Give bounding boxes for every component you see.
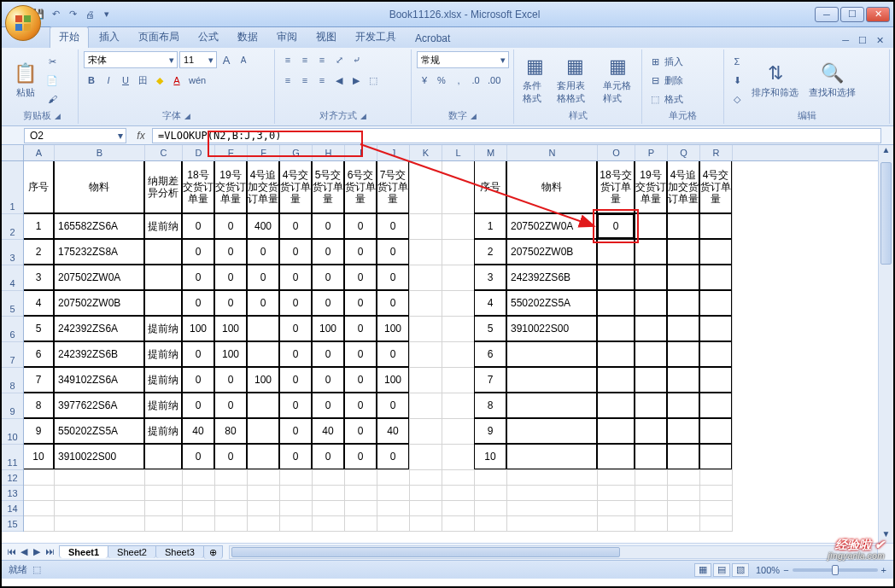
cell-K12[interactable]: [410, 470, 442, 486]
cut-button[interactable]: ✂: [44, 53, 61, 70]
cell-H12[interactable]: [313, 470, 345, 486]
align-dialog-launcher[interactable]: ◢: [360, 112, 366, 120]
cell-H1[interactable]: 5号交货订单量: [312, 161, 344, 213]
sheet-nav-next[interactable]: ▶: [31, 546, 43, 557]
tab-review[interactable]: 审阅: [268, 27, 306, 48]
cell-N2[interactable]: 207502ZW0A: [506, 213, 597, 239]
col-header-K[interactable]: K: [410, 145, 442, 160]
sheet-tab-2[interactable]: Sheet2: [108, 545, 156, 558]
cell-H3[interactable]: 0: [312, 239, 344, 265]
fill-button[interactable]: ⬇: [729, 72, 745, 89]
col-header-N[interactable]: N: [507, 145, 598, 160]
cell-L15[interactable]: [442, 516, 475, 532]
cell-C9[interactable]: 提前纳: [144, 393, 182, 418]
cell-B10[interactable]: 550202ZS5A: [54, 418, 144, 444]
cell-N15[interactable]: [507, 516, 598, 532]
row-header-4[interactable]: 4: [2, 265, 23, 291]
cell-N6[interactable]: 3910022S00: [506, 316, 597, 341]
align-center-button[interactable]: ≡: [297, 72, 313, 89]
cell-C14[interactable]: [145, 501, 183, 516]
cell-L1[interactable]: [442, 161, 475, 214]
cell-G2[interactable]: 0: [279, 213, 312, 239]
cell-I15[interactable]: [345, 516, 377, 532]
cell-M12[interactable]: [475, 470, 507, 486]
cell-P3[interactable]: [635, 239, 667, 265]
cell-C5[interactable]: [144, 290, 182, 316]
cell-E2[interactable]: 0: [214, 213, 247, 239]
cell-Q6[interactable]: [667, 316, 699, 341]
cell-L8[interactable]: [442, 368, 475, 393]
cell-Q2[interactable]: [667, 213, 699, 239]
sheet-tab-1[interactable]: Sheet1: [59, 545, 108, 558]
row-header-9[interactable]: 9: [2, 393, 23, 419]
cell-L11[interactable]: [442, 445, 475, 470]
cell-A11[interactable]: 10: [24, 444, 54, 469]
formula-bar[interactable]: [152, 128, 881, 143]
decrease-indent-button[interactable]: ◀: [331, 72, 347, 89]
cell-C8[interactable]: 提前纳: [144, 367, 182, 393]
cell-R10[interactable]: [699, 418, 732, 444]
cell-P5[interactable]: [635, 290, 667, 316]
cell-E6[interactable]: 100: [214, 316, 247, 341]
cell-M11[interactable]: 10: [474, 444, 506, 469]
cell-M9[interactable]: 8: [474, 393, 506, 418]
scroll-up-button[interactable]: ▲: [879, 145, 893, 159]
sheet-nav-prev[interactable]: ◀: [18, 546, 30, 557]
cell-F13[interactable]: [248, 486, 280, 501]
cell-F6[interactable]: [247, 316, 279, 341]
cell-E11[interactable]: 0: [214, 444, 247, 469]
cell-N4[interactable]: 242392ZS6B: [506, 265, 597, 290]
cell-A10[interactable]: 9: [24, 418, 54, 444]
qat-customize-icon[interactable]: ▾: [99, 7, 114, 22]
cell-L5[interactable]: [442, 291, 475, 317]
cell-D9[interactable]: 0: [182, 393, 214, 418]
cell-O4[interactable]: [597, 265, 635, 290]
cell-C10[interactable]: 提前纳: [144, 418, 182, 444]
cell-L6[interactable]: [442, 317, 475, 342]
cell-I5[interactable]: 0: [344, 290, 377, 316]
hscroll-thumb[interactable]: [231, 547, 620, 557]
col-header-E[interactable]: E: [215, 145, 248, 160]
cell-K3[interactable]: [410, 240, 442, 265]
cell-Q9[interactable]: [667, 393, 699, 418]
cell-I8[interactable]: 0: [344, 367, 377, 393]
cell-D12[interactable]: [183, 470, 215, 486]
cell-D5[interactable]: 0: [182, 290, 214, 316]
row-header-10[interactable]: 10: [2, 419, 23, 445]
align-middle-button[interactable]: ≡: [297, 51, 313, 68]
cell-H11[interactable]: 0: [312, 444, 344, 469]
cell-I14[interactable]: [345, 501, 377, 516]
row-header-7[interactable]: 7: [2, 342, 23, 368]
cell-K1[interactable]: [410, 161, 442, 214]
cell-K14[interactable]: [410, 501, 442, 516]
cell-B5[interactable]: 207502ZW0B: [54, 290, 144, 316]
cell-P6[interactable]: [635, 316, 667, 341]
sort-filter-button[interactable]: ⇅排序和筛选: [748, 61, 802, 101]
cell-A13[interactable]: [24, 486, 55, 501]
cell-M14[interactable]: [475, 501, 507, 516]
tab-home[interactable]: 开始: [50, 26, 89, 48]
sheet-tab-3[interactable]: Sheet3: [155, 545, 204, 558]
cell-P1[interactable]: 19号交货订单量: [635, 161, 667, 213]
cell-R5[interactable]: [699, 290, 732, 316]
cell-F8[interactable]: 100: [247, 367, 279, 393]
format-cells-button[interactable]: ⬚: [647, 90, 663, 108]
cell-D6[interactable]: 100: [182, 316, 214, 341]
cell-F4[interactable]: 0: [247, 265, 279, 290]
cell-R14[interactable]: [700, 501, 733, 516]
cell-J7[interactable]: 0: [377, 341, 409, 367]
cell-N13[interactable]: [507, 486, 598, 501]
cell-G8[interactable]: 0: [279, 367, 312, 393]
cell-L2[interactable]: [442, 214, 475, 240]
align-bottom-button[interactable]: ≡: [314, 51, 330, 68]
col-header-L[interactable]: L: [442, 145, 475, 160]
name-box-input[interactable]: [25, 130, 115, 142]
cell-D11[interactable]: 0: [182, 444, 214, 469]
cell-M15[interactable]: [475, 516, 507, 532]
cell-G12[interactable]: [280, 470, 313, 486]
cell-E5[interactable]: 0: [214, 290, 247, 316]
cell-D10[interactable]: 40: [182, 418, 214, 444]
row-header-1[interactable]: 1: [2, 161, 23, 214]
cell-K5[interactable]: [410, 291, 442, 317]
conditional-format-button[interactable]: ▦条件格式: [519, 54, 550, 107]
